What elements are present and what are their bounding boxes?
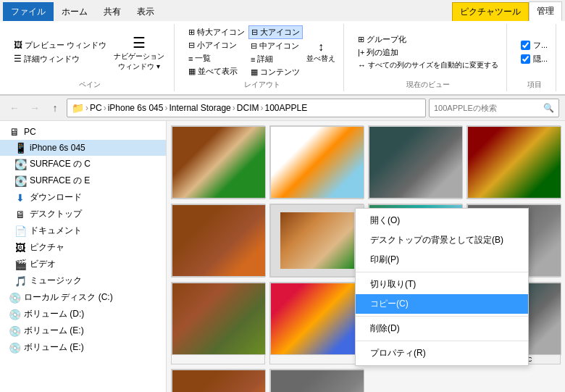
tab-picture-tools[interactable]: ピクチャツール: [452, 2, 529, 21]
tile-icon: ▦: [188, 67, 196, 76]
btn-autosize[interactable]: ↔ すべての列のサイズを自動的に変更する: [356, 59, 501, 71]
disk-c-icon: 💿: [9, 292, 20, 304]
sidebar-item-downloads[interactable]: ⬇ ダウンロード: [0, 189, 166, 206]
pc-icon: 🖥: [9, 126, 20, 138]
medium-icon: ⊟: [251, 41, 257, 51]
phone-icon: 📱: [14, 142, 26, 154]
search-box[interactable]: 🔍: [429, 99, 559, 117]
btn-detail[interactable]: ≡ 詳細: [248, 53, 303, 65]
sidebar-item-volume-e2[interactable]: 💿 ボリューム (E:): [0, 339, 166, 356]
pictures-icon: 🖼: [14, 242, 26, 254]
btn-medium-icon[interactable]: ⊟ 中アイコン: [248, 40, 303, 52]
ctx-open[interactable]: 開く(O): [356, 211, 528, 230]
ribbon-group-current-view: ⊞ グループ化 |+ 列の追加 ↔ すべての列のサイズを自動的に変更する 現在の…: [350, 24, 507, 91]
ctx-divider-2: [356, 316, 528, 317]
search-icon: 🔍: [543, 103, 554, 113]
sidebar-item-documents[interactable]: 📄 ドキュメント: [0, 222, 166, 239]
chk-hidden[interactable]: 隠...: [521, 54, 548, 64]
btn-tile[interactable]: ▦ 並べて表示: [186, 65, 247, 78]
ribbon-group-pane: 🖼 プレビュー ウィンドウ ☰ 詳細ウィンドウ ☰ ナビゲーションウィンドウ ▾…: [6, 24, 175, 91]
ctx-print[interactable]: 印刷(P): [356, 250, 528, 270]
btn-xl-icon[interactable]: ⊞ 特大アイコン: [186, 26, 247, 38]
btn-large-icon[interactable]: ⊟ 大アイコン: [248, 25, 303, 39]
btn-list[interactable]: ≡ 一覧: [186, 52, 247, 64]
forward-button[interactable]: →: [26, 99, 43, 117]
ribbon-tab-strip: ファイル ホーム 共有 表示 ピクチャツール 管理: [0, 0, 565, 21]
btn-small-icon[interactable]: ⊟ 小アイコン: [186, 39, 247, 51]
back-button[interactable]: ←: [6, 99, 23, 117]
chk-f[interactable]: フ...: [521, 40, 548, 51]
sidebar-item-volume-d[interactable]: 💿 ボリューム (D:): [0, 306, 166, 322]
sidebar: 🖥 PC 📱 iPhone 6s 045 💽 SURFACE の C 💽 SUR…: [0, 121, 167, 392]
ribbon-body: 🖼 プレビュー ウィンドウ ☰ 詳細ウィンドウ ☰ ナビゲーションウィンドウ ▾…: [0, 21, 565, 95]
pane-label: ペイン: [79, 78, 101, 90]
sidebar-item-volume-e1[interactable]: 💿 ボリューム (E:): [0, 322, 166, 339]
sidebar-item-desktop[interactable]: 🖥 デスクトップ: [0, 206, 166, 222]
sidebar-item-music[interactable]: 🎵 ミュージック: [0, 272, 166, 289]
group-icon: ⊞: [358, 35, 364, 44]
list-item[interactable]: [171, 204, 265, 278]
show-hide-label: 項目: [527, 78, 542, 90]
list-item[interactable]: [171, 125, 265, 199]
video-icon: 🎬: [14, 259, 26, 270]
xl-icon: ⊞: [188, 28, 195, 37]
tab-home[interactable]: ホーム: [54, 2, 96, 21]
drive-c-icon: 💽: [14, 159, 26, 170]
btn-content[interactable]: ▦ コンテンツ: [248, 66, 303, 78]
breadcrumb[interactable]: 📁 › PC › iPhone 6s 045 › Internal Storag…: [67, 99, 426, 117]
list-item[interactable]: IMG_0000...: [269, 369, 364, 392]
btn-preview-window[interactable]: 🖼 プレビュー ウィンドウ: [12, 39, 109, 51]
list-icon: ≡: [188, 54, 193, 63]
btn-add-col[interactable]: |+ 列の追加: [356, 46, 501, 59]
ctx-cut[interactable]: 切り取り(T): [356, 275, 528, 294]
ctx-copy[interactable]: コピー(C): [356, 294, 528, 314]
ribbon: ファイル ホーム 共有 表示 ピクチャツール 管理 🖼 プレビュー ウィンドウ …: [0, 0, 565, 96]
list-item[interactable]: [269, 204, 364, 278]
sidebar-item-pictures[interactable]: 🖼 ピクチャ: [0, 239, 166, 256]
sort-icon: ↕: [318, 41, 324, 54]
search-input[interactable]: [434, 104, 543, 112]
list-item[interactable]: [368, 125, 462, 199]
navigation-bar: ← → ↑ 📁 › PC › iPhone 6s 045 › Internal …: [0, 96, 565, 121]
nav-icon: ☰: [133, 34, 146, 51]
up-icon: ↑: [53, 102, 58, 114]
content-icon: ▦: [251, 67, 258, 77]
up-button[interactable]: ↑: [46, 99, 64, 117]
btn-detail-window[interactable]: ☰ 詳細ウィンドウ: [12, 53, 109, 65]
autosize-icon: ↔: [358, 61, 366, 70]
back-icon: ←: [9, 102, 20, 114]
main-area: 🖥 PC 📱 iPhone 6s 045 💽 SURFACE の C 💽 SUR…: [0, 121, 565, 392]
ctx-properties[interactable]: プロパティ(R): [356, 343, 528, 363]
list-item[interactable]: [269, 125, 364, 199]
ctx-delete[interactable]: 削除(D): [356, 319, 528, 338]
list-item[interactable]: [269, 282, 364, 364]
sidebar-item-iphone[interactable]: 📱 iPhone 6s 045: [0, 140, 166, 156]
folder-icon: 📁: [72, 102, 84, 114]
btn-sort[interactable]: ↕ 並べ替え: [304, 38, 338, 66]
disk-e2-icon: 💿: [9, 342, 20, 354]
btn-nav-window[interactable]: ☰ ナビゲーションウィンドウ ▾: [110, 32, 168, 74]
tab-view[interactable]: 表示: [129, 2, 162, 21]
sidebar-item-local-disk-c[interactable]: 💿 ローカル ディスク (C:): [0, 289, 166, 306]
music-icon: 🎵: [14, 275, 26, 287]
document-icon: 📄: [14, 225, 26, 237]
sidebar-item-surface-e[interactable]: 💽 SURFACE の E: [0, 172, 166, 189]
tab-share[interactable]: 共有: [96, 2, 129, 21]
ribbon-group-show-hide: フ... 隠... 項目: [513, 24, 556, 91]
tab-manage[interactable]: 管理: [529, 1, 562, 21]
ribbon-group-layout: ⊞ 特大アイコン ⊟ 小アイコン ≡ 一覧 ▦: [180, 24, 344, 91]
list-item[interactable]: [466, 125, 561, 199]
detail-icon: ☰: [14, 54, 22, 64]
small-icon: ⊟: [188, 41, 195, 50]
list-item[interactable]: IMG_0193...: [171, 369, 265, 392]
sidebar-item-videos[interactable]: 🎬 ビデオ: [0, 256, 166, 272]
sidebar-item-surface-c[interactable]: 💽 SURFACE の C: [0, 156, 166, 172]
btn-group[interactable]: ⊞ グループ化: [356, 33, 501, 46]
preview-icon: 🖼: [14, 40, 22, 50]
sidebar-item-pc[interactable]: 🖥 PC: [0, 124, 166, 140]
list-item[interactable]: [171, 282, 265, 364]
tab-file[interactable]: ファイル: [3, 2, 54, 21]
layout-label: レイアウト: [244, 78, 280, 90]
ctx-set-bg[interactable]: デスクトップの背景として設定(B): [356, 230, 528, 250]
content-area: IMG_0191.J IMG_0192 C IMG_0193... IMG_00…: [167, 121, 565, 392]
